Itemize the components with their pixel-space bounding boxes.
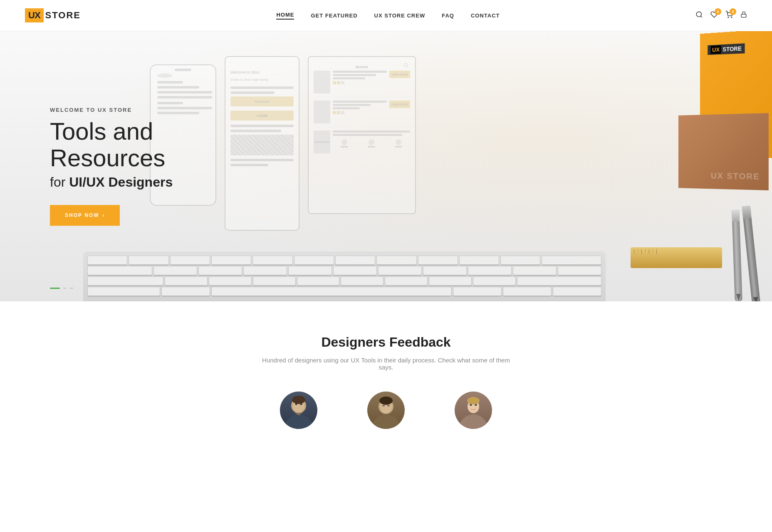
svg-rect-4 — [741, 14, 746, 17]
nav-faq[interactable]: FAQ — [442, 12, 454, 19]
svg-point-0 — [696, 12, 701, 17]
ruler — [631, 247, 722, 268]
svg-point-5 — [404, 64, 408, 67]
header-icons: 0 0 — [695, 11, 747, 20]
slider-dot-3[interactable] — [70, 288, 73, 289]
nav-ux-store-crew[interactable]: UX STORE CREW — [374, 12, 426, 19]
hero-title: Tools and Resources — [50, 118, 266, 171]
avatars-row — [25, 392, 747, 429]
shop-now-button[interactable]: SHOP NOW › — [50, 205, 120, 226]
slider-dot-2[interactable] — [63, 288, 67, 289]
wishlist-button[interactable]: 0 — [710, 11, 718, 20]
cart-badge: 0 — [730, 8, 736, 15]
avatar-item-3 — [455, 392, 492, 429]
svg-point-3 — [731, 17, 732, 18]
nav-get-featured[interactable]: GET FEATURED — [311, 12, 357, 19]
feedback-subtitle: Hundred of designers using our UX Tools … — [261, 357, 511, 371]
book-brown-label: UX STORE — [711, 171, 760, 182]
hero-content: WELCOME TO UX STORE Tools and Resources … — [50, 107, 266, 226]
svg-point-13 — [371, 414, 401, 429]
svg-point-23 — [467, 397, 480, 404]
hero-section: Welcome to Stoic. Guide to Stoic login t… — [0, 31, 772, 301]
wireframe-tablet: BOOKS — [308, 56, 416, 214]
main-nav: HOME GET FEATURED UX STORE CREW FAQ CONT… — [276, 12, 500, 20]
hero-title-sub-prefix: for — [50, 175, 69, 190]
avatar-3 — [455, 392, 492, 429]
avatar-2-image — [367, 392, 405, 429]
feedback-title: Designers Feedback — [25, 335, 747, 350]
book-brown: UX STORE — [678, 113, 769, 190]
hero-title-sub: for UI/UX Designers — [50, 175, 266, 190]
nav-contact[interactable]: CONTACT — [471, 12, 500, 19]
hero-subtitle: WELCOME TO UX STORE — [50, 107, 266, 113]
svg-line-1 — [700, 16, 702, 17]
svg-point-16 — [382, 405, 385, 406]
pen-2 — [732, 210, 742, 301]
slider-dots — [50, 288, 73, 289]
lock-button[interactable] — [740, 11, 747, 20]
cart-button[interactable]: 0 — [725, 11, 733, 20]
avatar-item-2 — [367, 392, 405, 429]
svg-point-19 — [459, 414, 488, 429]
logo-store: STORE — [45, 10, 81, 21]
book-ux-label: UX STORE — [708, 43, 745, 55]
avatar-1-image — [280, 392, 317, 429]
svg-point-12 — [292, 396, 305, 404]
avatar-item-1 — [280, 392, 317, 429]
feedback-section: Designers Feedback Hundred of designers … — [0, 301, 772, 446]
hero-title-sub-bold: UI/UX Designers — [69, 175, 173, 190]
svg-point-7 — [284, 414, 313, 429]
slider-dot-active[interactable] — [50, 288, 60, 289]
nav-home[interactable]: HOME — [276, 12, 294, 20]
keyboard — [83, 251, 606, 301]
svg-line-6 — [407, 66, 408, 67]
avatar-3-image — [455, 392, 492, 429]
tools-area — [606, 185, 772, 301]
pen-1 — [742, 206, 761, 301]
avatar-2 — [367, 392, 405, 429]
logo-ux: UX — [25, 8, 44, 22]
search-button[interactable] — [695, 11, 703, 20]
wishlist-badge: 0 — [715, 8, 721, 15]
site-logo[interactable]: UX STORE — [25, 8, 81, 22]
svg-point-2 — [728, 17, 729, 18]
site-header: UX STORE HOME GET FEATURED UX STORE CREW… — [0, 0, 772, 31]
shop-now-label: SHOP NOW — [65, 212, 99, 218]
svg-point-17 — [387, 405, 390, 406]
svg-point-18 — [379, 397, 393, 405]
avatar-1 — [280, 392, 317, 429]
shop-now-arrow: › — [102, 212, 105, 218]
